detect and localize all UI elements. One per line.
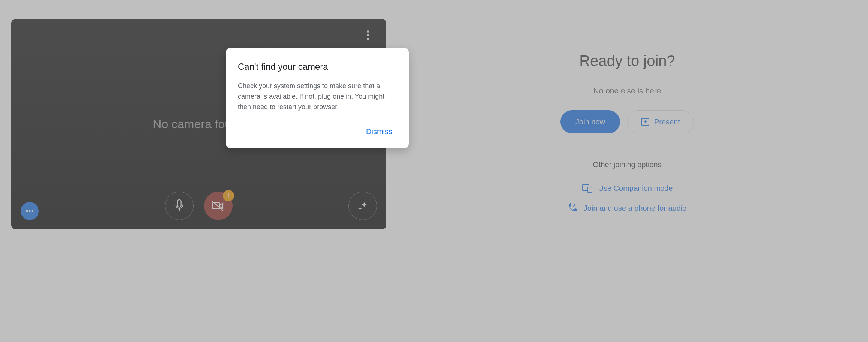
dialog-body: Check your system settings to make sure … [238,81,397,112]
dismiss-button[interactable]: Dismiss [362,124,397,139]
dialog-title: Can't find your camera [238,62,397,72]
camera-error-dialog: Can't find your camera Check your system… [226,48,409,148]
dialog-actions: Dismiss [238,124,397,139]
modal-overlay[interactable] [0,0,868,342]
